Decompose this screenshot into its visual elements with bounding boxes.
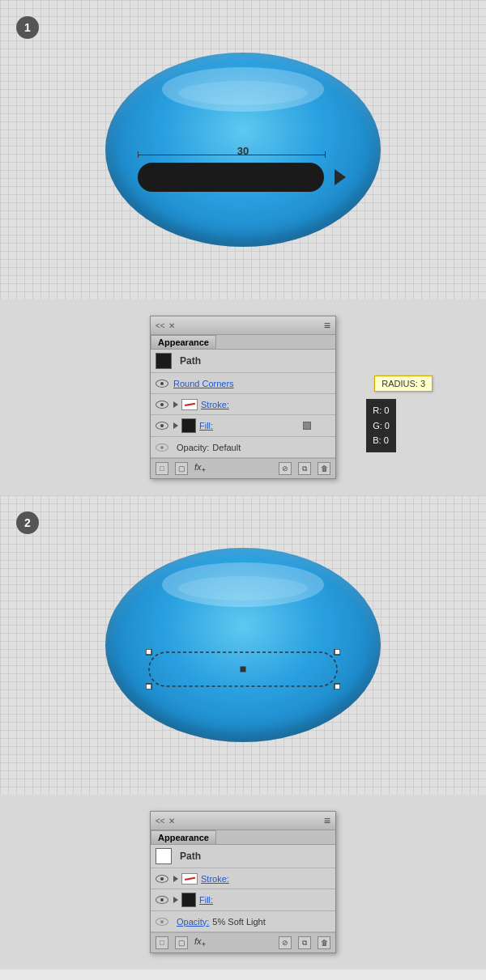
expand-stroke-1[interactable] (173, 401, 178, 408)
panel-menu-icon-2[interactable]: ≡ (324, 814, 330, 827)
fill-thumbnail-2 (181, 893, 196, 907)
step-badge-1: 1 (16, 16, 39, 39)
toolbar-no-icon-2[interactable]: ⊘ (279, 936, 292, 949)
opacity-text-label-1: Opacity: (177, 443, 209, 452)
fill-color-dot[interactable] (303, 422, 311, 430)
toolbar-fx-1[interactable]: fx+ (194, 462, 206, 474)
black-pill-container: 30 (138, 163, 348, 192)
panel-path-row-2: Path (151, 845, 335, 868)
stroke-label-1[interactable]: Stroke: (201, 400, 229, 409)
toolbar-copy-icon-2[interactable]: ⧉ (298, 936, 311, 949)
panel-tab-appearance[interactable]: Appearance (151, 335, 216, 349)
fill-thumbnail-1 (181, 418, 196, 433)
eye-icon-opacity-1[interactable] (156, 443, 168, 452)
black-pill (138, 163, 324, 192)
panel-titlebar-2: << ✕ ≡ (151, 812, 335, 830)
appearance-panel-1: << ✕ ≡ Appearance Path Round Corners RAD… (150, 316, 336, 479)
fill-label-2[interactable]: Fill: (199, 895, 213, 905)
expand-fill-1[interactable] (173, 422, 178, 429)
panel-path-label-2: Path (180, 851, 201, 862)
panel-area-1: << ✕ ≡ Appearance Path Round Corners RAD… (0, 299, 486, 495)
appearance-panel-2: << ✕ ≡ Appearance Path Stroke: (150, 811, 336, 953)
toolbar-no-icon-1[interactable]: ⊘ (279, 462, 292, 475)
stroke-thumbnail-2 (181, 873, 198, 885)
toolbar-rect-icon-2[interactable]: □ (156, 936, 168, 949)
panel-row-fill-1[interactable]: Fill: R: 0 G: 0 B: 0 (151, 415, 335, 437)
panel-tab-row-2: Appearance (151, 830, 335, 845)
svg-rect-3 (146, 684, 151, 689)
eye-icon-fill-2[interactable] (156, 896, 168, 904)
dashed-rect-wrapper (146, 649, 340, 692)
dashed-rect-svg (146, 649, 340, 689)
panel-row-fill-2[interactable]: Fill: (151, 889, 335, 911)
oval-shape-2 (105, 548, 381, 742)
panel-controls-collapse[interactable]: << (156, 321, 165, 330)
toolbar-delete-icon-2[interactable]: 🗑 (318, 936, 330, 949)
opacity-text-label-2[interactable]: Opacity: (177, 917, 209, 927)
fill-label-1[interactable]: Fill: (199, 421, 213, 431)
toolbar-rect-icon-1[interactable]: □ (156, 462, 168, 475)
toolbar-rounded-icon-2[interactable]: ▢ (175, 936, 188, 949)
toolbar-fx-2[interactable]: fx+ (194, 936, 206, 948)
opacity-value-1: Default (212, 443, 241, 452)
panel-thumbnail-1 (156, 353, 172, 369)
oval-mid-highlight (178, 81, 308, 105)
panel-controls-collapse-2[interactable]: << (156, 817, 165, 825)
toolbar-rounded-icon-1[interactable]: ▢ (175, 462, 188, 475)
eye-icon-opacity-2[interactable] (156, 918, 168, 926)
tooltip-radius: RADIUS: 3 (374, 375, 433, 392)
opacity-value-2: 5% Soft Light (212, 917, 265, 927)
svg-rect-2 (335, 649, 340, 655)
canvas-section-2: 2 (0, 495, 486, 795)
oval-outer-2 (105, 548, 381, 742)
panel-row-stroke-1[interactable]: Stroke: (151, 394, 335, 415)
canvas-section-1: 1 30 (0, 0, 486, 299)
eye-icon-stroke-1[interactable] (156, 401, 168, 409)
panel-row-round-corners[interactable]: Round Corners RADIUS: 3 (151, 373, 335, 394)
panel-row-opacity-1[interactable]: Opacity: Default (151, 437, 335, 458)
stroke-thumbnail-1 (181, 399, 198, 410)
round-corners-label[interactable]: Round Corners (173, 379, 234, 388)
panel-tab-row: Appearance (151, 335, 335, 350)
svg-rect-4 (335, 684, 340, 689)
panel-path-row-1: Path (151, 350, 335, 373)
eye-icon-fill-1[interactable] (156, 422, 168, 430)
toolbar-delete-icon-1[interactable]: 🗑 (318, 462, 330, 475)
oval-mid-highlight-2 (178, 576, 308, 600)
panel-menu-icon-1[interactable]: ≡ (324, 319, 330, 332)
eye-icon-stroke-2[interactable] (156, 875, 168, 883)
panel-row-stroke-2[interactable]: Stroke: (151, 868, 335, 889)
oval-shape-1: 30 (105, 53, 381, 247)
step-badge-2: 2 (16, 511, 39, 534)
expand-fill-2[interactable] (173, 897, 178, 903)
panel-thumbnail-2 (156, 848, 172, 864)
measure-line (138, 155, 326, 155)
panel-tab-appearance-2[interactable]: Appearance (151, 830, 216, 844)
expand-stroke-2[interactable] (173, 876, 178, 882)
panel-toolbar-2: □ ▢ fx+ ⊘ ⧉ 🗑 (151, 932, 335, 952)
panel-close-button-2[interactable]: ✕ (168, 817, 175, 825)
panel-area-2: << ✕ ≡ Appearance Path Stroke: (0, 795, 486, 969)
svg-rect-1 (146, 649, 151, 655)
stroke-label-2[interactable]: Stroke: (201, 874, 229, 884)
panel-close-button[interactable]: ✕ (168, 321, 175, 330)
eye-icon-round-corners[interactable] (156, 380, 168, 388)
panel-titlebar-1: << ✕ ≡ (151, 316, 335, 335)
panel-toolbar-1: □ ▢ fx+ ⊘ ⧉ 🗑 (151, 458, 335, 478)
toolbar-copy-icon-1[interactable]: ⧉ (298, 462, 311, 475)
svg-rect-5 (241, 667, 245, 672)
panel-row-opacity-2[interactable]: Opacity: 5% Soft Light (151, 911, 335, 932)
tooltip-rgb: R: 0 G: 0 B: 0 (366, 399, 396, 452)
panel-path-label-1: Path (180, 355, 201, 367)
arrow-cursor (335, 169, 346, 185)
